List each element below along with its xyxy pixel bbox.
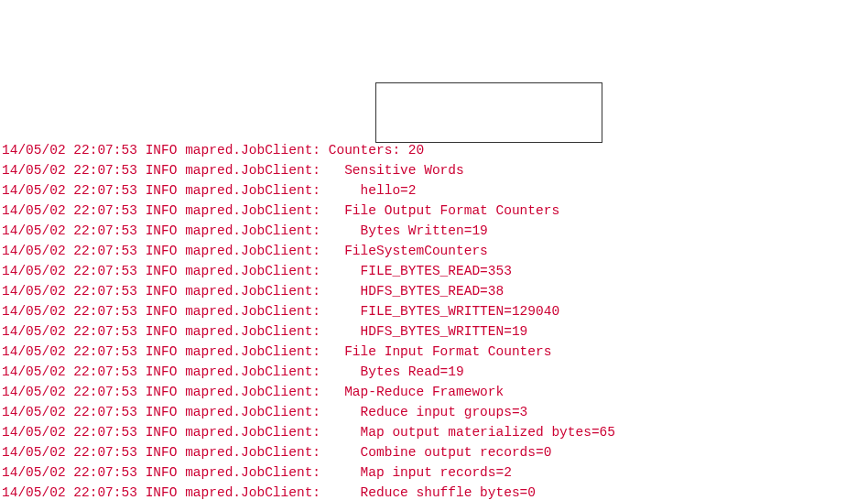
log-line: 14/05/02 22:07:53 INFO mapred.JobClient:… <box>2 342 866 363</box>
log-line: 14/05/02 22:07:53 INFO mapred.JobClient:… <box>2 443 866 463</box>
log-message: File Output Format Counters <box>329 203 568 218</box>
log-message: Combine output records=0 <box>329 445 552 460</box>
log-prefix: 14/05/02 22:07:53 INFO mapred.JobClient: <box>2 445 329 460</box>
log-output: 14/05/02 22:07:53 INFO mapred.JobClient:… <box>2 82 866 500</box>
log-line: 14/05/02 22:07:53 INFO mapred.JobClient:… <box>2 484 866 500</box>
log-message: Map output materialized bytes=65 <box>329 425 615 440</box>
log-line: 14/05/02 22:07:53 INFO mapred.JobClient:… <box>2 322 866 342</box>
log-line: 14/05/02 22:07:53 INFO mapred.JobClient:… <box>2 403 866 423</box>
log-line: 14/05/02 22:07:53 INFO mapred.JobClient:… <box>2 363 866 383</box>
log-prefix: 14/05/02 22:07:53 INFO mapred.JobClient: <box>2 485 329 500</box>
log-line: 14/05/02 22:07:53 INFO mapred.JobClient:… <box>2 302 866 322</box>
log-line: 14/05/02 22:07:53 INFO mapred.JobClient:… <box>2 463 866 484</box>
log-line: 14/05/02 22:07:53 INFO mapred.JobClient:… <box>2 242 866 262</box>
log-prefix: 14/05/02 22:07:53 INFO mapred.JobClient: <box>2 465 329 480</box>
log-prefix: 14/05/02 22:07:53 INFO mapred.JobClient: <box>2 203 329 218</box>
log-prefix: 14/05/02 22:07:53 INFO mapred.JobClient: <box>2 163 329 178</box>
log-prefix: 14/05/02 22:07:53 INFO mapred.JobClient: <box>2 304 329 319</box>
log-prefix: 14/05/02 22:07:53 INFO mapred.JobClient: <box>2 405 329 419</box>
log-message: Counters: 20 <box>329 143 424 158</box>
log-message: Sensitive Words <box>329 163 464 178</box>
log-line: 14/05/02 22:07:53 INFO mapred.JobClient:… <box>2 282 866 302</box>
log-message: Reduce input groups=3 <box>329 405 528 419</box>
log-prefix: 14/05/02 22:07:53 INFO mapred.JobClient: <box>2 324 329 339</box>
log-message: hello=2 <box>329 183 417 198</box>
log-line: 14/05/02 22:07:53 INFO mapred.JobClient:… <box>2 161 866 181</box>
log-message: Bytes Read=19 <box>329 364 464 379</box>
log-message: Map input records=2 <box>329 465 512 480</box>
log-prefix: 14/05/02 22:07:53 INFO mapred.JobClient: <box>2 284 329 299</box>
log-message: FileSystemCounters <box>329 244 488 258</box>
log-prefix: 14/05/02 22:07:53 INFO mapred.JobClient: <box>2 183 329 198</box>
log-prefix: 14/05/02 22:07:53 INFO mapred.JobClient: <box>2 223 329 238</box>
log-prefix: 14/05/02 22:07:53 INFO mapred.JobClient: <box>2 143 329 158</box>
log-prefix: 14/05/02 22:07:53 INFO mapred.JobClient: <box>2 264 329 278</box>
log-lines-container: 14/05/02 22:07:53 INFO mapred.JobClient:… <box>2 141 866 500</box>
log-line: 14/05/02 22:07:53 INFO mapred.JobClient:… <box>2 262 866 282</box>
log-line: 14/05/02 22:07:53 INFO mapred.JobClient:… <box>2 201 866 222</box>
log-message: File Input Format Counters <box>329 344 559 359</box>
highlight-box <box>375 82 602 143</box>
log-line: 14/05/02 22:07:53 INFO mapred.JobClient:… <box>2 423 866 443</box>
log-message: Bytes Written=19 <box>329 223 488 238</box>
log-message: Map-Reduce Framework <box>329 385 504 399</box>
log-line: 14/05/02 22:07:53 INFO mapred.JobClient:… <box>2 181 866 201</box>
log-line: 14/05/02 22:07:53 INFO mapred.JobClient:… <box>2 222 866 242</box>
log-message: FILE_BYTES_WRITTEN=129040 <box>329 304 559 319</box>
log-prefix: 14/05/02 22:07:53 INFO mapred.JobClient: <box>2 385 329 399</box>
log-line: 14/05/02 22:07:53 INFO mapred.JobClient:… <box>2 383 866 403</box>
log-message: HDFS_BYTES_WRITTEN=19 <box>329 324 528 339</box>
log-line: 14/05/02 22:07:53 INFO mapred.JobClient:… <box>2 141 866 161</box>
log-message: Reduce shuffle bytes=0 <box>329 485 536 500</box>
log-prefix: 14/05/02 22:07:53 INFO mapred.JobClient: <box>2 364 329 379</box>
log-prefix: 14/05/02 22:07:53 INFO mapred.JobClient: <box>2 244 329 258</box>
log-prefix: 14/05/02 22:07:53 INFO mapred.JobClient: <box>2 344 329 359</box>
log-prefix: 14/05/02 22:07:53 INFO mapred.JobClient: <box>2 425 329 440</box>
log-message: HDFS_BYTES_READ=38 <box>329 284 504 299</box>
log-message: FILE_BYTES_READ=353 <box>329 264 512 278</box>
